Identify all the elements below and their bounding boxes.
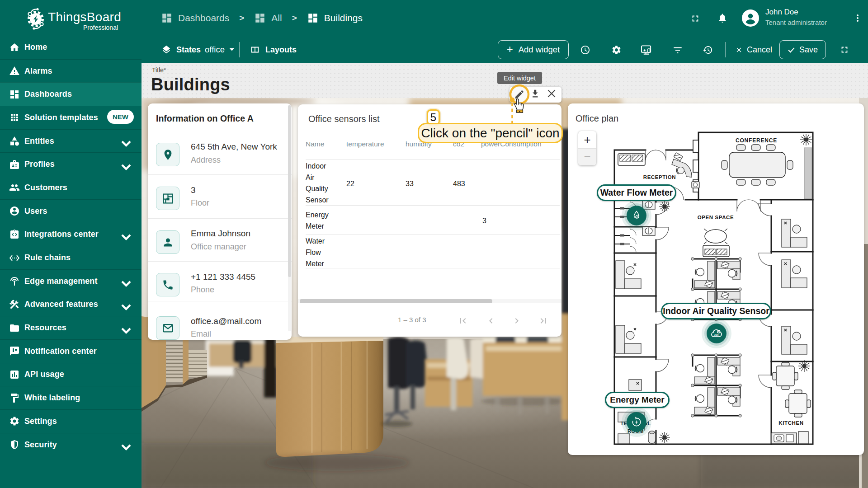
svg-text:RECEPTION: RECEPTION <box>643 174 676 180</box>
svg-text:KITCHEN: KITCHEN <box>778 420 803 426</box>
svg-text:AQI: AQI <box>714 333 719 336</box>
svg-text:OPEN SPACE: OPEN SPACE <box>698 215 734 220</box>
svg-text:CONFERENCE: CONFERENCE <box>736 137 777 144</box>
